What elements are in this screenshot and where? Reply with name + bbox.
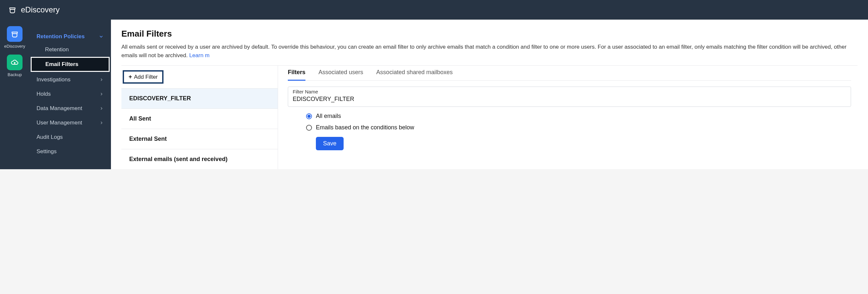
radio-all-emails[interactable]: All emails [306, 113, 851, 120]
brand-title: eDiscovery [21, 5, 60, 14]
page-description: All emails sent or received by a user ar… [121, 43, 858, 59]
nav-group-label: Retention Policies [36, 33, 85, 40]
filter-list-item[interactable]: External Sent [121, 129, 278, 149]
add-filter-label: Add Filter [134, 74, 158, 80]
chevron-right-icon [99, 121, 104, 125]
radio-icon [306, 125, 312, 131]
nav-item-holds[interactable]: Holds [29, 87, 111, 101]
sidebar-nav: Retention Policies Retention Email Filte… [29, 20, 111, 169]
nav-sub-email-filters[interactable]: Email Filters [31, 57, 110, 72]
nav-group-retention-policies[interactable]: Retention Policies [29, 30, 111, 43]
nav-item-data-management[interactable]: Data Management [29, 101, 111, 116]
brand-icon [8, 5, 17, 14]
learn-more-link[interactable]: Learn m [189, 52, 210, 58]
chevron-down-icon [98, 34, 104, 39]
chevron-right-icon [99, 106, 104, 111]
tab-label: Filters [288, 69, 305, 76]
filter-list-panel: + Add Filter EDISCOVERY_FILTER All Sent … [121, 66, 278, 169]
main-content: Email Filters All emails sent or receive… [111, 20, 868, 169]
filter-name-field[interactable]: Filter Name [288, 87, 851, 107]
chevron-right-icon [99, 92, 104, 96]
iconrail-label: Backup [7, 72, 22, 77]
save-label: Save [323, 140, 336, 147]
nav-item-label: User Management [36, 120, 82, 126]
add-filter-button[interactable]: + Add Filter [123, 70, 163, 84]
radio-label: Emails based on the conditions below [316, 124, 414, 131]
nav-item-label: Investigations [36, 77, 70, 83]
iconrail-item-ediscovery[interactable]: eDiscovery [4, 26, 25, 49]
filter-name: External Sent [129, 136, 167, 142]
nav-item-label: Data Management [36, 105, 82, 112]
filter-list-item[interactable]: EDISCOVERY_FILTER [121, 88, 278, 109]
nav-item-user-management[interactable]: User Management [29, 116, 111, 130]
plus-icon: + [129, 74, 132, 80]
nav-item-label: Audit Logs [36, 134, 63, 141]
detail-tabs: Filters Associated users Associated shar… [288, 69, 851, 81]
description-text: All emails sent or received by a user ar… [121, 44, 846, 58]
radio-conditions[interactable]: Emails based on the conditions below [306, 124, 851, 131]
radio-label: All emails [316, 113, 341, 120]
tab-label: Associated shared mailboxes [376, 69, 453, 76]
nav-item-investigations[interactable]: Investigations [29, 72, 111, 87]
nav-item-label: Settings [36, 148, 57, 155]
tab-associated-shared-mailboxes[interactable]: Associated shared mailboxes [376, 69, 453, 77]
iconrail-label: eDiscovery [4, 44, 25, 49]
filter-list-item[interactable]: External emails (sent and received) [121, 149, 278, 169]
bucket-icon [10, 29, 19, 38]
tab-filters[interactable]: Filters [288, 69, 305, 77]
radio-icon [306, 113, 312, 119]
nav-item-settings[interactable]: Settings [29, 144, 111, 159]
save-button[interactable]: Save [316, 137, 344, 150]
cloud-icon [10, 58, 19, 67]
topbar: eDiscovery [0, 0, 868, 20]
filter-list-item[interactable]: All Sent [121, 109, 278, 129]
page-title: Email Filters [121, 29, 858, 39]
filter-name-label: Filter Name [293, 89, 846, 94]
tab-associated-users[interactable]: Associated users [318, 69, 363, 77]
nav-sub-retention[interactable]: Retention [29, 43, 111, 56]
filter-detail-panel: Filters Associated users Associated shar… [278, 66, 858, 169]
iconrail: eDiscovery Backup [0, 20, 29, 169]
tab-label: Associated users [318, 69, 363, 76]
filter-name: EDISCOVERY_FILTER [129, 95, 191, 101]
iconrail-item-backup[interactable]: Backup [7, 55, 23, 77]
nav-item-label: Holds [36, 91, 51, 97]
chevron-right-icon [99, 78, 104, 82]
filter-mode-radios: All emails Emails based on the condition… [288, 113, 851, 131]
nav-item-audit-logs[interactable]: Audit Logs [29, 130, 111, 144]
filter-name: All Sent [129, 115, 151, 122]
nav-sub-label: Email Filters [45, 61, 78, 67]
filter-name-input[interactable] [293, 95, 846, 103]
nav-sub-label: Retention [45, 47, 69, 53]
filter-name: External emails (sent and received) [129, 156, 227, 163]
